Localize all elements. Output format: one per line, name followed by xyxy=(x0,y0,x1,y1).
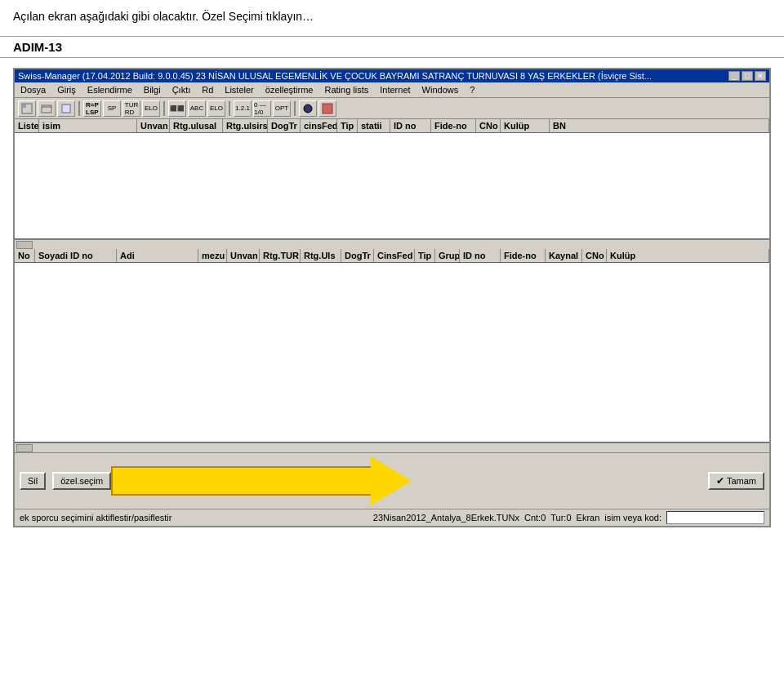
menu-dosya[interactable]: Dosya xyxy=(18,84,48,96)
svg-rect-2 xyxy=(42,105,51,113)
col-rtg-ulusal: Rtg.ulusal xyxy=(170,119,223,132)
bottom-grid-header: No Soyadi ID no Adi mezu Unvan Rtg.TUR R… xyxy=(15,249,769,263)
toolbar-btn-3[interactable] xyxy=(57,100,75,117)
svg-point-5 xyxy=(304,105,312,113)
col-kulup: Kulüp xyxy=(501,119,550,132)
maximize-button[interactable]: □ xyxy=(742,71,753,81)
status-tur: Tur:0 xyxy=(550,513,571,523)
minimize-button[interactable]: _ xyxy=(728,71,740,81)
scroll-thumb[interactable] xyxy=(16,241,33,249)
close-button[interactable]: ✕ xyxy=(755,71,766,81)
arrow-body xyxy=(111,466,372,496)
toolbar-btn-1[interactable] xyxy=(18,100,36,117)
screenshot: Swiss-Manager (17.04.2012 Build: 9.0.0.4… xyxy=(13,68,771,527)
toolbar-btn-14[interactable] xyxy=(299,100,317,117)
col-mezu: mezu xyxy=(198,249,227,262)
col-isim: isim xyxy=(39,119,137,132)
col-cno2: CNo xyxy=(582,249,607,262)
col-adi: Adi xyxy=(117,249,198,262)
col-tip2: Tip xyxy=(415,249,435,262)
col-cno: CNo xyxy=(476,119,501,132)
top-scrollbar[interactable] xyxy=(15,239,769,249)
top-grid-header: Liste isim Unvan Rtg.ulusal Rtg.ulsirs D… xyxy=(15,119,769,133)
col-id-no2: ID no xyxy=(460,249,501,262)
bottom-scrollbar[interactable] xyxy=(15,443,769,452)
status-bar: ek sporcu seçimini aktiflestir/pasiflest… xyxy=(15,509,769,526)
col-no: No xyxy=(15,249,35,262)
toolbar-btn-10[interactable]: ELO xyxy=(207,100,225,117)
menu-listeler[interactable]: Listeler xyxy=(222,84,256,96)
toolbar-btn-6[interactable]: TURRD xyxy=(122,100,140,117)
menu-internet[interactable]: Internet xyxy=(377,84,412,96)
col-id-no: ID no xyxy=(390,119,431,132)
col-statii: statii xyxy=(358,119,390,132)
status-left: ek sporcu seçimini aktiflestir/pasiflest… xyxy=(20,513,172,523)
menu-bilgi[interactable]: Bilgi xyxy=(141,84,163,96)
col-unvan: Unvan xyxy=(137,119,170,132)
top-grid-area xyxy=(15,133,769,239)
toolbar-btn-7[interactable]: ELO xyxy=(142,100,160,117)
tamam-button[interactable]: ✔ Tamam xyxy=(708,472,764,490)
menu-eslendirme[interactable]: Eslendirme xyxy=(85,84,135,96)
yellow-arrow: özel.seçim xyxy=(52,456,412,505)
bottom-grid-area xyxy=(15,263,769,443)
toolbar-sep-4 xyxy=(294,101,296,116)
col-rtg-tur: Rtg.TUR xyxy=(260,249,301,262)
col-rtg-ulsirs: Rtg.ulsirs xyxy=(223,119,268,132)
toolbar-sep-2 xyxy=(163,101,165,116)
col-bn: BN xyxy=(550,119,769,132)
status-right: 23Nisan2012_Antalya_8Erkek.TUNx Cnt:0 Tu… xyxy=(373,511,764,524)
checkmark-icon: ✔ xyxy=(716,475,724,487)
page-wrapper: Açılan ekran aşağıdaki gibi olacaktır. Ö… xyxy=(0,0,784,527)
col-cinsfed2: CinsFed xyxy=(374,249,415,262)
toolbar-sep-3 xyxy=(229,101,230,116)
menu-help[interactable]: ? xyxy=(467,84,477,96)
col-tip: Tip xyxy=(337,119,358,132)
svg-rect-1 xyxy=(23,105,26,108)
toolbar-btn-13[interactable]: OPT xyxy=(273,100,291,117)
menu-ozellestirme[interactable]: özelleştirme xyxy=(263,84,316,96)
toolbar-btn-11[interactable]: 1.2.1 xyxy=(234,100,252,117)
tamam-label: Tamam xyxy=(727,476,756,486)
col-unvan2: Unvan xyxy=(227,249,260,262)
menu-giris[interactable]: Giriş xyxy=(55,84,78,96)
col-cinsfed: cinsFed xyxy=(301,119,337,132)
col-dogtr: DogTr xyxy=(268,119,301,132)
sil-button[interactable]: Sil xyxy=(20,472,46,490)
menu-bar: Dosya Giriş Eslendirme Bilgi Çıktı Rd Li… xyxy=(15,82,769,98)
status-info: 23Nisan2012_Antalya_8Erkek.TUNx xyxy=(373,513,519,523)
toolbar-btn-9[interactable]: ABC xyxy=(188,100,206,117)
menu-windows[interactable]: Windows xyxy=(420,84,461,96)
status-label-isim: isim veya kod: xyxy=(604,513,662,523)
toolbar-btn-15[interactable] xyxy=(318,100,336,117)
col-grup: Grup xyxy=(435,249,460,262)
toolbar-btn-5[interactable]: SP xyxy=(103,100,121,117)
toolbar-btn-8[interactable]: ⬛⬛ xyxy=(168,100,186,117)
toolbar-btn-12[interactable]: 0 — 1/0 xyxy=(253,100,271,117)
toolbar: R=PLSP SP TURRD ELO ⬛⬛ ABC ELO 1.2.1 0 —… xyxy=(15,98,769,119)
bottom-scroll-thumb[interactable] xyxy=(16,444,33,452)
toolbar-btn-4[interactable]: R=PLSP xyxy=(83,100,101,117)
toolbar-btn-2[interactable] xyxy=(38,100,56,117)
title-bar: Swiss-Manager (17.04.2012 Build: 9.0.0.4… xyxy=(15,69,769,82)
window-title: Swiss-Manager (17.04.2012 Build: 9.0.0.4… xyxy=(18,71,652,81)
arrow-section: Sil özel.seçim ✔ Tamam xyxy=(15,452,769,509)
col-fide-no2: Fide-no xyxy=(501,249,546,262)
svg-rect-4 xyxy=(62,105,70,113)
page-header: Açılan ekran aşağıdaki gibi olacaktır. Ö… xyxy=(0,0,784,36)
menu-cikti[interactable]: Çıktı xyxy=(170,84,194,96)
status-ekran: Ekran xyxy=(577,513,600,523)
col-liste: Liste xyxy=(15,119,39,132)
menu-rd[interactable]: Rd xyxy=(199,84,216,96)
ozel-secim-button[interactable]: özel.seçim xyxy=(52,472,111,490)
arrow-head xyxy=(371,456,412,505)
status-cnt: Cnt:0 xyxy=(524,513,546,523)
step-title: ADIM-13 xyxy=(0,36,784,58)
isim-kod-input[interactable] xyxy=(666,511,764,524)
intro-text: Açılan ekran aşağıdaki gibi olacaktır. Ö… xyxy=(13,10,771,23)
col-soyadi: Soyadi ID no xyxy=(35,249,117,262)
col-kulup2: Kulüp xyxy=(607,249,769,262)
col-fide-no: Fide-no xyxy=(431,119,476,132)
col-kaynal: Kaynal xyxy=(546,249,582,262)
menu-rating[interactable]: Rating lists xyxy=(322,84,371,96)
